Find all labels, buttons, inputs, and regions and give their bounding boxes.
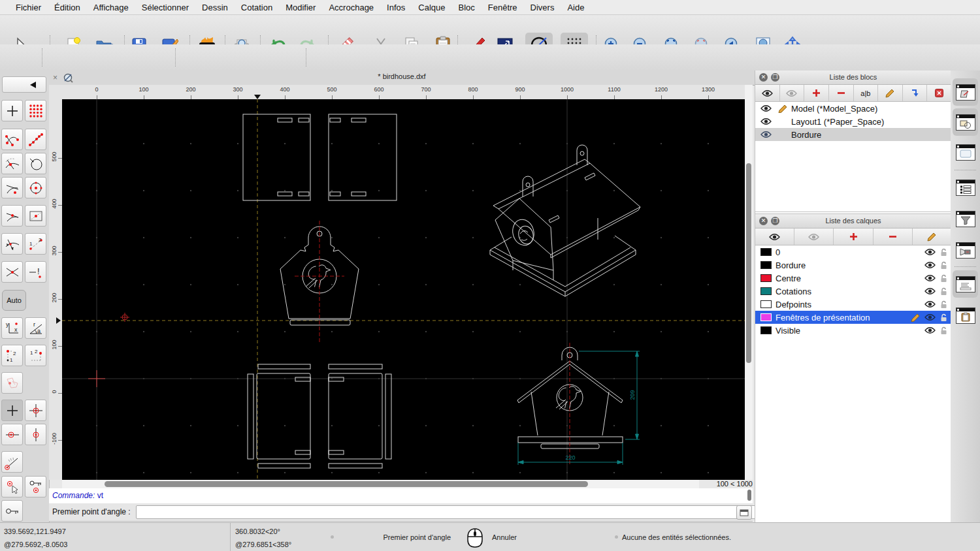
dimensions[interactable]: 209 220 xyxy=(518,351,640,465)
coordinate-cartesian-button[interactable]: yx xyxy=(1,317,23,339)
layer-lock-icon[interactable] xyxy=(940,326,947,335)
drawing-canvas[interactable]: 209 220 xyxy=(62,99,745,480)
layer-row-selected[interactable]: Fenêtres de présentation xyxy=(755,311,951,324)
coordinate-relative-button[interactable]: 12 xyxy=(1,345,23,366)
layer-visibility-icon[interactable] xyxy=(924,313,936,321)
visibility-eye-icon[interactable] xyxy=(760,131,772,138)
document-title[interactable]: * birdhouse.dxf xyxy=(49,72,755,80)
layer-color-swatch[interactable] xyxy=(760,274,772,282)
layer-lock-icon[interactable] xyxy=(940,313,947,322)
layer-visibility-icon[interactable] xyxy=(924,248,936,256)
side-panels-left[interactable] xyxy=(248,364,310,468)
layer-visibility-icon[interactable] xyxy=(924,261,936,269)
snap-intersection-manual-button[interactable] xyxy=(1,233,23,255)
layer-visibility-icon[interactable] xyxy=(924,300,936,308)
snap-tangent-button[interactable] xyxy=(1,177,23,198)
snap-cross-button[interactable] xyxy=(1,261,23,283)
restrict-vertical-button[interactable] xyxy=(25,424,46,445)
command-history[interactable]: Commande: vt xyxy=(49,488,753,504)
menu-fenetre[interactable]: Fenêtre xyxy=(482,3,524,12)
layer-visibility-icon[interactable] xyxy=(924,326,936,334)
snap-points-button[interactable] xyxy=(25,129,46,150)
toggle-clipboard-panel[interactable] xyxy=(953,302,978,329)
vertical-scrollbar-thumb[interactable] xyxy=(746,163,751,363)
visibility-eye-icon[interactable] xyxy=(760,104,772,112)
hide-all-blocks-button[interactable] xyxy=(780,85,805,101)
snap-reference-button[interactable] xyxy=(25,205,46,227)
layer-row[interactable]: Centre xyxy=(755,272,951,285)
snap-auto-button[interactable]: Auto xyxy=(2,290,26,311)
toggle-view-panel[interactable] xyxy=(953,236,978,264)
remove-layer-button[interactable] xyxy=(874,228,913,245)
hide-all-layers-button[interactable] xyxy=(794,228,834,245)
layer-row[interactable]: Cotations xyxy=(755,285,951,298)
birdhouse-isometric-view[interactable] xyxy=(490,145,640,296)
layer-lock-icon[interactable] xyxy=(940,287,947,296)
menu-fichier[interactable]: Fichier xyxy=(9,3,48,12)
toggle-filter-panel[interactable] xyxy=(953,205,978,232)
layer-row[interactable]: 0 xyxy=(755,245,951,259)
restrict-orthogonal-button[interactable] xyxy=(25,400,46,421)
snap-coordinate-warn-button[interactable]: ! xyxy=(25,261,46,283)
toggle-block-list-panel[interactable] xyxy=(953,78,978,106)
edit-layer-button[interactable] xyxy=(913,228,951,245)
remove-block-button[interactable] xyxy=(829,85,854,101)
insert-block-button[interactable] xyxy=(903,85,928,101)
snap-polar-tracking-button[interactable] xyxy=(1,372,23,394)
layer-color-swatch[interactable] xyxy=(760,261,772,269)
menu-accrochage[interactable]: Accrochage xyxy=(322,3,380,12)
menu-aide[interactable]: Aide xyxy=(561,3,591,12)
command-input[interactable] xyxy=(136,505,781,519)
show-all-layers-button[interactable] xyxy=(755,228,794,245)
menu-modifier[interactable]: Modifier xyxy=(279,3,322,12)
snap-free-button[interactable] xyxy=(1,100,23,121)
menu-infos[interactable]: Infos xyxy=(380,3,412,12)
layer-color-swatch[interactable] xyxy=(760,326,772,334)
menu-bloc[interactable]: Bloc xyxy=(451,3,481,12)
purge-block-button[interactable] xyxy=(927,85,951,101)
command-panel-toggle-button[interactable] xyxy=(736,505,752,520)
layer-color-swatch[interactable] xyxy=(760,287,772,295)
block-row-layout1[interactable]: Layout1 (*Paper_Space) xyxy=(755,115,951,128)
layer-visibility-icon[interactable] xyxy=(924,274,936,282)
add-layer-button[interactable] xyxy=(834,228,873,245)
toggle-layer-list-panel[interactable] xyxy=(953,108,978,136)
layer-color-swatch[interactable] xyxy=(760,248,772,256)
snap-on-entity-button[interactable] xyxy=(1,205,23,227)
toggle-command-line-panel[interactable] xyxy=(953,270,978,298)
relative-zero-key-button[interactable] xyxy=(1,500,23,522)
snap-endpoints-button[interactable] xyxy=(1,129,23,150)
rename-block-button[interactable]: a|b xyxy=(854,85,879,101)
layer-visibility-icon[interactable] xyxy=(924,287,936,295)
roof-panel-right[interactable] xyxy=(329,114,397,200)
edit-block-button[interactable] xyxy=(878,85,903,101)
layer-color-swatch[interactable] xyxy=(760,313,772,321)
snap-distance-button[interactable]: 1.2 xyxy=(25,233,46,255)
layer-lock-icon[interactable] xyxy=(940,274,947,283)
coordinate-absolute-button[interactable]: 12 xyxy=(25,345,46,366)
layer-lock-icon[interactable] xyxy=(940,300,947,309)
snap-back-button[interactable] xyxy=(2,76,46,93)
menu-cotation[interactable]: Cotation xyxy=(235,3,279,12)
lock-relative-zero-button[interactable] xyxy=(25,476,46,497)
add-block-button[interactable] xyxy=(804,85,829,101)
horizontal-scrollbar-thumb[interactable] xyxy=(105,481,588,487)
toggle-list-panel[interactable] xyxy=(953,174,978,201)
side-panels-right[interactable] xyxy=(329,364,391,468)
menu-divers[interactable]: Divers xyxy=(524,3,561,12)
menu-selectionner[interactable]: Sélectionner xyxy=(135,3,195,12)
show-all-blocks-button[interactable] xyxy=(755,85,780,101)
restrict-horizontal-button[interactable] xyxy=(1,424,23,445)
toggle-property-editor-panel[interactable] xyxy=(953,138,978,166)
coordinate-polar-button[interactable]: ra xyxy=(25,317,46,339)
menu-dessin[interactable]: Dessin xyxy=(195,3,235,12)
restrict-angle-button[interactable] xyxy=(1,451,23,473)
roof-panel-left[interactable] xyxy=(243,114,310,200)
visibility-eye-icon[interactable] xyxy=(760,118,772,125)
block-row-bordure[interactable]: Bordure xyxy=(755,128,951,141)
layer-row[interactable]: Defpoints xyxy=(755,298,951,311)
snap-center-button[interactable] xyxy=(25,177,46,198)
snap-intersection-auto-button[interactable] xyxy=(1,153,23,174)
command-history-scrollbar-thumb[interactable] xyxy=(747,490,751,501)
menu-calque[interactable]: Calque xyxy=(412,3,451,12)
